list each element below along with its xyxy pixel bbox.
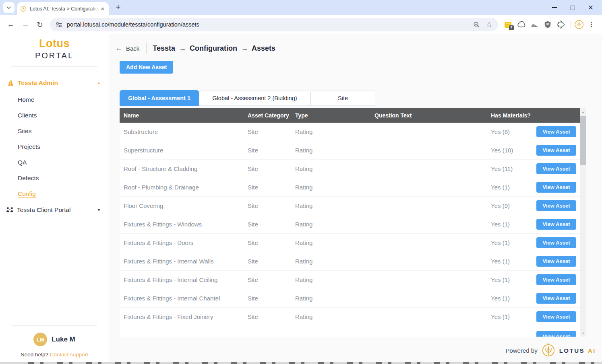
view-asset-button[interactable]: View Asset bbox=[536, 311, 576, 322]
sidebar-section-tessta-client-portal[interactable]: Tessta Client Portal ▼ bbox=[0, 202, 109, 218]
view-asset-button[interactable]: View Asset bbox=[536, 256, 576, 267]
cell-type: Rating bbox=[295, 295, 374, 302]
shield-extension-icon[interactable]: U0 bbox=[543, 20, 552, 29]
cell-name: Fixtures & Fittings - Internal Ceiling bbox=[124, 276, 248, 283]
cell-asset-category: Site bbox=[248, 239, 295, 246]
view-asset-button[interactable]: View Asset bbox=[536, 237, 576, 248]
sidebar-item-clients[interactable]: Clients bbox=[0, 107, 109, 123]
sidebar-item-home[interactable]: Home bbox=[0, 92, 109, 107]
cell-has-materials: Yes (1) bbox=[491, 276, 536, 283]
back-label: Back bbox=[126, 45, 139, 52]
browser-tab[interactable]: Lotus AI: Tessta > Configuration × bbox=[17, 2, 109, 15]
cell-type: Rating bbox=[295, 258, 374, 265]
reload-icon[interactable]: ↻ bbox=[33, 18, 47, 31]
cell-asset-category: Site bbox=[248, 313, 295, 320]
extensions-puzzle-icon[interactable] bbox=[556, 20, 566, 29]
cell-has-materials: Yes (1) bbox=[491, 258, 536, 265]
tab-close-icon[interactable]: × bbox=[99, 6, 106, 12]
view-asset-button[interactable]: View Asset bbox=[536, 126, 576, 137]
profile-avatar-lotus-icon[interactable] bbox=[574, 20, 584, 29]
table-row: Roof - Plumbing & Drainage Site Rating Y… bbox=[120, 178, 580, 197]
table-row: Fixtures & Fittings - Internal Chantel S… bbox=[120, 289, 580, 308]
view-asset-button[interactable]: View Asset bbox=[536, 331, 576, 337]
sidebar-divider bbox=[11, 66, 97, 67]
lotus-favicon-icon bbox=[20, 6, 27, 12]
minimize-icon[interactable] bbox=[551, 4, 558, 11]
extension-badge: 7 bbox=[509, 25, 514, 31]
forward-icon[interactable]: → bbox=[19, 18, 32, 31]
tab-global-assessment-2-building[interactable]: Global - Assessment 2 (Building) bbox=[199, 90, 310, 106]
bookmark-star-icon[interactable]: ☆ bbox=[486, 20, 492, 29]
footer-brand-lotus: LOTUS bbox=[559, 347, 585, 354]
lotus-ai-logo-icon bbox=[540, 342, 557, 359]
avatar: LM bbox=[33, 333, 47, 346]
table-row: Fixtures & Fittings - Windows Site Ratin… bbox=[120, 215, 580, 234]
header-divider bbox=[146, 43, 147, 53]
sidebar-item-defects[interactable]: Defects bbox=[0, 170, 109, 186]
zoom-out-icon[interactable] bbox=[473, 21, 480, 28]
table-row: Superstructure Site Rating Yes (10) View… bbox=[120, 141, 580, 160]
url-text: portal.lotusai.co/module/tessta/configur… bbox=[67, 21, 473, 28]
sidebar-section-label: Tessta Client Portal bbox=[17, 206, 97, 214]
tab-search-button[interactable] bbox=[3, 2, 14, 13]
scroll-down-icon[interactable]: ▼ bbox=[580, 330, 586, 336]
cell-asset-category: Site bbox=[248, 276, 295, 283]
column-header-type: Type bbox=[295, 112, 374, 119]
back-button[interactable]: ← Back bbox=[116, 44, 139, 52]
powered-by-footer: Powered by LOTUS AI bbox=[505, 342, 596, 359]
close-icon[interactable]: × bbox=[588, 4, 594, 11]
view-asset-button[interactable]: View Asset bbox=[536, 200, 576, 211]
contact-support-link[interactable]: Contact support bbox=[50, 352, 88, 358]
tab-site[interactable]: Site bbox=[310, 90, 375, 106]
brand: Lotus PORTAL bbox=[0, 37, 109, 60]
user-name: Luke M bbox=[52, 335, 75, 343]
cell-name: Roof - Plumbing & Drainage bbox=[124, 184, 248, 191]
scrollbar-thumb[interactable] bbox=[580, 116, 586, 165]
cell-asset-category: Site bbox=[248, 258, 295, 265]
cloud-extension-icon[interactable] bbox=[516, 20, 526, 29]
sneaker-extension-icon[interactable] bbox=[530, 20, 539, 29]
view-asset-button[interactable]: View Asset bbox=[536, 293, 576, 304]
cell-asset-category: Site bbox=[248, 184, 295, 191]
browser-menu-icon[interactable]: ⋮ bbox=[585, 21, 598, 29]
back-icon[interactable]: ← bbox=[4, 18, 18, 31]
view-asset-button[interactable]: View Asset bbox=[536, 219, 576, 230]
table-row: Floor Covering Site Rating Yes (9) View … bbox=[120, 197, 580, 215]
cell-asset-category: Site bbox=[248, 202, 295, 209]
address-bar[interactable]: portal.lotusai.co/module/tessta/configur… bbox=[50, 18, 498, 31]
scroll-up-icon[interactable]: ▲ bbox=[580, 109, 586, 115]
breadcrumb-arrow-icon: → bbox=[241, 44, 248, 53]
new-tab-button[interactable]: + bbox=[116, 3, 121, 12]
cell-name: Floor Covering bbox=[124, 202, 248, 209]
sidebar-section-tessta-admin[interactable]: Tessta Admin ▲ bbox=[0, 76, 109, 90]
road-icon bbox=[7, 80, 14, 86]
view-asset-button[interactable]: View Asset bbox=[536, 274, 576, 285]
sidebar-item-sites[interactable]: Sites bbox=[0, 123, 109, 139]
sidebar-item-projects[interactable]: Projects bbox=[0, 139, 109, 154]
cell-type: Rating bbox=[295, 165, 374, 172]
add-new-asset-button[interactable]: Add New Asset bbox=[120, 61, 173, 74]
breadcrumb-item-tessta: Tessta bbox=[153, 44, 175, 53]
maximize-icon[interactable] bbox=[569, 4, 576, 11]
cell-asset-category: Site bbox=[248, 128, 295, 135]
tab-global-assessment-1[interactable]: Global - Assessment 1 bbox=[120, 90, 199, 106]
help-text: Need help? bbox=[21, 352, 48, 358]
extension-yellow-icon[interactable]: 7 bbox=[503, 20, 513, 29]
table-scrollbar[interactable]: ▲ ▼ bbox=[580, 108, 586, 337]
cell-has-materials: Yes (10) bbox=[491, 147, 536, 154]
sidebar-item-qa[interactable]: QA bbox=[0, 154, 109, 170]
cell-asset-category: Site bbox=[248, 295, 295, 302]
view-asset-button[interactable]: View Asset bbox=[536, 145, 576, 156]
sidebar-section-label: Tessta Admin bbox=[18, 79, 97, 86]
brand-title: Lotus bbox=[0, 37, 109, 50]
cell-type: Rating bbox=[295, 221, 374, 228]
back-arrow-icon: ← bbox=[116, 44, 122, 52]
breadcrumb-item-configuration: Configuration bbox=[190, 44, 237, 53]
cell-has-materials: Yes (1) bbox=[491, 239, 536, 246]
sidebar-item-config[interactable]: Config bbox=[0, 186, 109, 202]
view-asset-button[interactable]: View Asset bbox=[536, 163, 576, 174]
cell-has-materials: Yes (8) bbox=[491, 128, 536, 135]
view-asset-button[interactable]: View Asset bbox=[536, 182, 576, 193]
column-header-name: Name bbox=[124, 112, 248, 119]
svg-text:U0: U0 bbox=[546, 23, 550, 26]
